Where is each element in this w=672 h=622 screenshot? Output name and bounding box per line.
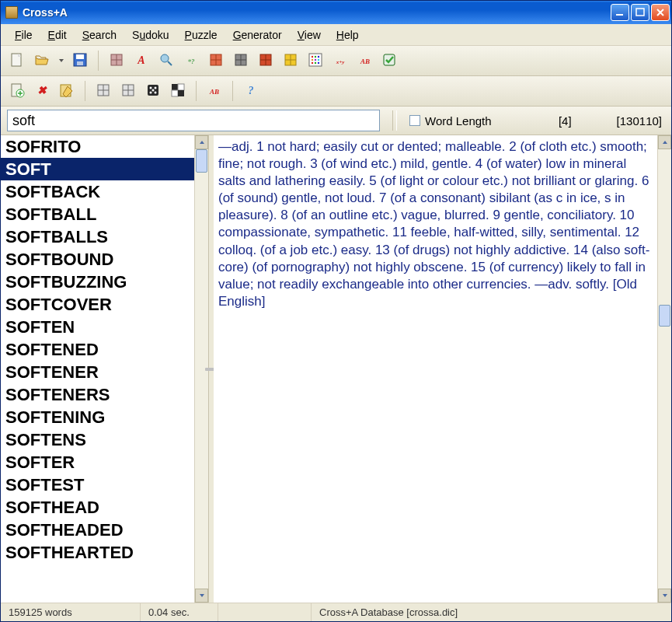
close-button[interactable]: [651, 4, 670, 21]
svg-point-32: [312, 61, 313, 63]
list-item[interactable]: SOFTENS: [1, 428, 194, 451]
save-button[interactable]: [68, 49, 92, 72]
list-item[interactable]: SOFTENED: [1, 338, 194, 361]
delete-button[interactable]: ✖: [30, 79, 54, 103]
levels-button[interactable]: [254, 49, 277, 72]
maximize-button[interactable]: [631, 4, 649, 21]
word-length-label: Word Length: [425, 114, 492, 128]
scroll-track[interactable]: [195, 149, 208, 589]
list-item[interactable]: SOFTBOUND: [1, 248, 194, 271]
list-item[interactable]: SOFTHEADED: [1, 519, 194, 541]
mode2-button[interactable]: [117, 79, 140, 103]
scroll-up-button[interactable]: [195, 135, 208, 149]
minimize-button[interactable]: [611, 4, 629, 21]
ab2-icon: AB: [206, 82, 223, 101]
squares-button[interactable]: [166, 79, 190, 103]
edit-button[interactable]: [55, 79, 78, 103]
check-button[interactable]: [378, 49, 402, 72]
magnifier-button[interactable]: [155, 49, 178, 72]
word-length-toggle[interactable]: Word Length: [409, 114, 492, 128]
list-item[interactable]: SOFTBALL: [1, 203, 194, 225]
new-button[interactable]: [5, 49, 29, 72]
list-item[interactable]: SOFTHEAD: [1, 496, 194, 519]
menu-help[interactable]: Help: [329, 27, 367, 43]
calculator-button[interactable]: [229, 49, 252, 72]
list-item[interactable]: SOFTBALLS: [1, 225, 194, 248]
minimize-icon: [615, 8, 625, 17]
add-page-button[interactable]: [5, 79, 29, 103]
mode1-button[interactable]: [92, 79, 115, 103]
svg-rect-0: [616, 14, 623, 16]
ab-button[interactable]: AB: [353, 49, 377, 72]
chevron-down-icon: [199, 592, 205, 599]
matrix-icon: [307, 51, 324, 71]
mode2-icon: [120, 82, 137, 101]
list-item[interactable]: SOFT: [1, 158, 194, 180]
check-icon: [381, 51, 399, 71]
svg-point-29: [312, 58, 313, 60]
svg-point-26: [312, 55, 313, 57]
link-button[interactable]: [279, 49, 302, 72]
magnifier-icon: [158, 51, 175, 71]
xy-icon: x+y: [332, 51, 349, 71]
status-database: Cross+A Database [crossa.dic]: [312, 603, 671, 621]
list-item[interactable]: SOFTER: [1, 451, 194, 473]
list-item[interactable]: SOFTENING: [1, 406, 194, 428]
open-button[interactable]: [30, 49, 54, 72]
scroll-thumb[interactable]: [196, 149, 207, 173]
menu-generator[interactable]: Generator: [225, 27, 290, 43]
word-list-scrollbar[interactable]: [194, 135, 208, 603]
svg-line-11: [168, 61, 172, 65]
toolbar-grip: [392, 110, 397, 131]
ab-icon: AB: [357, 51, 374, 71]
menu-puzzle[interactable]: Puzzle: [177, 27, 225, 43]
ab2-button[interactable]: AB: [203, 79, 226, 103]
delete-icon: ✖: [33, 82, 50, 101]
wildcard-button[interactable]: *?: [179, 49, 203, 72]
svg-point-49: [150, 86, 152, 89]
scroll-down-button[interactable]: [658, 589, 671, 603]
definition-scrollbar[interactable]: [657, 135, 671, 603]
menu-edit[interactable]: Edit: [40, 27, 75, 43]
list-item[interactable]: SOFRITO: [1, 135, 194, 158]
grid-button[interactable]: [105, 49, 128, 72]
letter-a-button[interactable]: A: [130, 49, 153, 72]
toolbar-separator: [98, 51, 99, 71]
scroll-up-button[interactable]: [658, 135, 671, 149]
help-button[interactable]: ?: [239, 79, 263, 103]
chevron-down-icon: [662, 592, 668, 599]
list-item[interactable]: SOFTEST: [1, 473, 194, 496]
list-item[interactable]: SOFTEN: [1, 316, 194, 338]
matrix-button[interactable]: [304, 49, 327, 72]
dropdown-arrow-button[interactable]: [56, 49, 67, 72]
list-item[interactable]: SOFTBUZZING: [1, 271, 194, 293]
svg-text:✖: ✖: [37, 85, 47, 96]
scroll-thumb[interactable]: [659, 305, 670, 327]
app-icon: [5, 6, 18, 19]
xy-button[interactable]: x+y: [329, 49, 352, 72]
list-item[interactable]: SOFTBACK: [1, 180, 194, 203]
word-list[interactable]: SOFRITOSOFTSOFTBACKSOFTBALLSOFTBALLSSOFT…: [1, 135, 194, 603]
status-spacer: [218, 603, 312, 621]
search-input[interactable]: [7, 110, 380, 131]
menu-sudoku[interactable]: Sudoku: [124, 27, 177, 43]
scroll-down-button[interactable]: [195, 589, 208, 603]
menu-search[interactable]: Search: [75, 27, 124, 43]
svg-point-27: [315, 55, 316, 57]
svg-point-52: [150, 91, 152, 93]
save-icon: [71, 51, 89, 71]
titlebar: Cross+A: [1, 1, 671, 24]
dice-button[interactable]: [141, 79, 165, 103]
svg-point-53: [155, 91, 157, 93]
open-icon: [33, 51, 50, 71]
add-page-icon: [9, 82, 26, 101]
list-item[interactable]: SOFTENERS: [1, 383, 194, 406]
svg-text:AB: AB: [360, 58, 370, 65]
list-item[interactable]: SOFTENER: [1, 361, 194, 383]
list-item[interactable]: SOFTHEARTED: [1, 541, 194, 564]
scroll-track[interactable]: [658, 149, 671, 589]
menu-file[interactable]: File: [7, 27, 40, 43]
tree-button[interactable]: [204, 49, 228, 72]
menu-view[interactable]: View: [290, 27, 329, 43]
list-item[interactable]: SOFTCOVER: [1, 293, 194, 316]
